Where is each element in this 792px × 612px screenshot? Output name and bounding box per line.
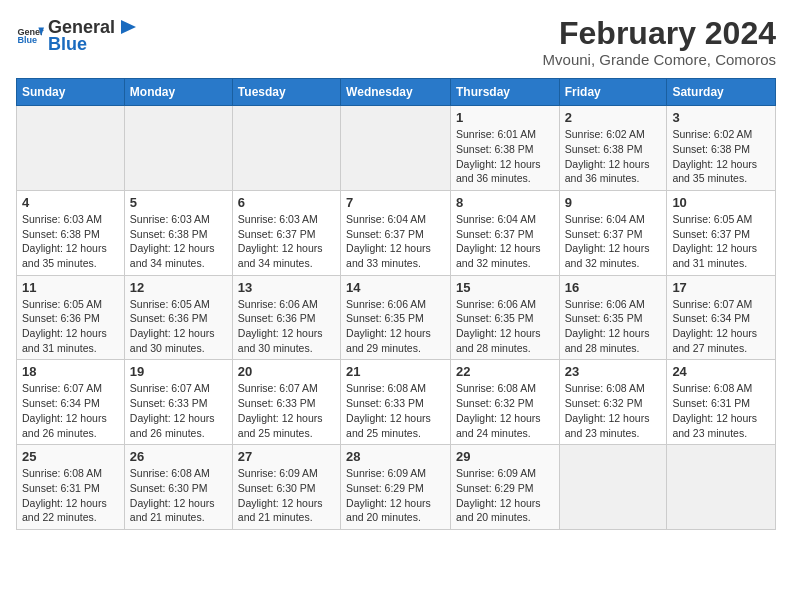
day-number: 26 <box>130 449 227 464</box>
day-number: 10 <box>672 195 770 210</box>
calendar-cell: 12Sunrise: 6:05 AMSunset: 6:36 PMDayligh… <box>124 275 232 360</box>
day-info: Sunrise: 6:07 AMSunset: 6:34 PMDaylight:… <box>22 381 119 440</box>
day-info: Sunrise: 6:08 AMSunset: 6:30 PMDaylight:… <box>130 466 227 525</box>
calendar-cell: 8Sunrise: 6:04 AMSunset: 6:37 PMDaylight… <box>450 190 559 275</box>
calendar-cell: 27Sunrise: 6:09 AMSunset: 6:30 PMDayligh… <box>232 445 340 530</box>
calendar-cell: 26Sunrise: 6:08 AMSunset: 6:30 PMDayligh… <box>124 445 232 530</box>
day-number: 17 <box>672 280 770 295</box>
day-info: Sunrise: 6:08 AMSunset: 6:31 PMDaylight:… <box>22 466 119 525</box>
calendar-title: February 2024 <box>543 16 776 51</box>
day-number: 20 <box>238 364 335 379</box>
day-number: 13 <box>238 280 335 295</box>
day-info: Sunrise: 6:03 AMSunset: 6:38 PMDaylight:… <box>130 212 227 271</box>
svg-marker-3 <box>121 20 136 34</box>
day-number: 2 <box>565 110 662 125</box>
day-number: 23 <box>565 364 662 379</box>
day-info: Sunrise: 6:09 AMSunset: 6:29 PMDaylight:… <box>456 466 554 525</box>
calendar-cell: 14Sunrise: 6:06 AMSunset: 6:35 PMDayligh… <box>341 275 451 360</box>
calendar-cell <box>232 106 340 191</box>
day-info: Sunrise: 6:06 AMSunset: 6:35 PMDaylight:… <box>456 297 554 356</box>
day-number: 11 <box>22 280 119 295</box>
calendar-week-4: 18Sunrise: 6:07 AMSunset: 6:34 PMDayligh… <box>17 360 776 445</box>
day-info: Sunrise: 6:08 AMSunset: 6:32 PMDaylight:… <box>565 381 662 440</box>
day-number: 6 <box>238 195 335 210</box>
day-number: 9 <box>565 195 662 210</box>
calendar-cell: 10Sunrise: 6:05 AMSunset: 6:37 PMDayligh… <box>667 190 776 275</box>
calendar-cell <box>17 106 125 191</box>
calendar-week-1: 1Sunrise: 6:01 AMSunset: 6:38 PMDaylight… <box>17 106 776 191</box>
calendar-cell <box>559 445 667 530</box>
calendar-table: SundayMondayTuesdayWednesdayThursdayFrid… <box>16 78 776 530</box>
day-number: 12 <box>130 280 227 295</box>
calendar-cell: 4Sunrise: 6:03 AMSunset: 6:38 PMDaylight… <box>17 190 125 275</box>
day-info: Sunrise: 6:05 AMSunset: 6:36 PMDaylight:… <box>22 297 119 356</box>
day-number: 27 <box>238 449 335 464</box>
calendar-body: 1Sunrise: 6:01 AMSunset: 6:38 PMDaylight… <box>17 106 776 530</box>
calendar-cell: 24Sunrise: 6:08 AMSunset: 6:31 PMDayligh… <box>667 360 776 445</box>
day-info: Sunrise: 6:07 AMSunset: 6:33 PMDaylight:… <box>238 381 335 440</box>
day-info: Sunrise: 6:06 AMSunset: 6:35 PMDaylight:… <box>346 297 445 356</box>
calendar-cell: 16Sunrise: 6:06 AMSunset: 6:35 PMDayligh… <box>559 275 667 360</box>
day-number: 8 <box>456 195 554 210</box>
day-number: 15 <box>456 280 554 295</box>
day-info: Sunrise: 6:06 AMSunset: 6:36 PMDaylight:… <box>238 297 335 356</box>
day-number: 5 <box>130 195 227 210</box>
calendar-cell: 25Sunrise: 6:08 AMSunset: 6:31 PMDayligh… <box>17 445 125 530</box>
day-info: Sunrise: 6:04 AMSunset: 6:37 PMDaylight:… <box>565 212 662 271</box>
day-info: Sunrise: 6:02 AMSunset: 6:38 PMDaylight:… <box>672 127 770 186</box>
calendar-cell: 1Sunrise: 6:01 AMSunset: 6:38 PMDaylight… <box>450 106 559 191</box>
calendar-cell: 28Sunrise: 6:09 AMSunset: 6:29 PMDayligh… <box>341 445 451 530</box>
calendar-cell: 2Sunrise: 6:02 AMSunset: 6:38 PMDaylight… <box>559 106 667 191</box>
day-header-tuesday: Tuesday <box>232 79 340 106</box>
day-info: Sunrise: 6:05 AMSunset: 6:37 PMDaylight:… <box>672 212 770 271</box>
day-info: Sunrise: 6:09 AMSunset: 6:29 PMDaylight:… <box>346 466 445 525</box>
calendar-cell: 9Sunrise: 6:04 AMSunset: 6:37 PMDaylight… <box>559 190 667 275</box>
logo-triangle <box>116 16 138 38</box>
day-number: 4 <box>22 195 119 210</box>
calendar-cell: 3Sunrise: 6:02 AMSunset: 6:38 PMDaylight… <box>667 106 776 191</box>
calendar-cell <box>124 106 232 191</box>
calendar-cell <box>667 445 776 530</box>
calendar-cell: 15Sunrise: 6:06 AMSunset: 6:35 PMDayligh… <box>450 275 559 360</box>
day-info: Sunrise: 6:02 AMSunset: 6:38 PMDaylight:… <box>565 127 662 186</box>
calendar-cell: 20Sunrise: 6:07 AMSunset: 6:33 PMDayligh… <box>232 360 340 445</box>
day-info: Sunrise: 6:03 AMSunset: 6:37 PMDaylight:… <box>238 212 335 271</box>
day-number: 7 <box>346 195 445 210</box>
calendar-cell: 17Sunrise: 6:07 AMSunset: 6:34 PMDayligh… <box>667 275 776 360</box>
day-number: 21 <box>346 364 445 379</box>
day-header-friday: Friday <box>559 79 667 106</box>
day-info: Sunrise: 6:09 AMSunset: 6:30 PMDaylight:… <box>238 466 335 525</box>
day-number: 3 <box>672 110 770 125</box>
day-info: Sunrise: 6:07 AMSunset: 6:34 PMDaylight:… <box>672 297 770 356</box>
day-header-wednesday: Wednesday <box>341 79 451 106</box>
calendar-cell: 5Sunrise: 6:03 AMSunset: 6:38 PMDaylight… <box>124 190 232 275</box>
calendar-header-row: SundayMondayTuesdayWednesdayThursdayFrid… <box>17 79 776 106</box>
day-info: Sunrise: 6:01 AMSunset: 6:38 PMDaylight:… <box>456 127 554 186</box>
title-section: February 2024 Mvouni, Grande Comore, Com… <box>543 16 776 68</box>
calendar-cell: 21Sunrise: 6:08 AMSunset: 6:33 PMDayligh… <box>341 360 451 445</box>
day-header-thursday: Thursday <box>450 79 559 106</box>
day-number: 28 <box>346 449 445 464</box>
day-header-saturday: Saturday <box>667 79 776 106</box>
day-number: 1 <box>456 110 554 125</box>
calendar-cell: 6Sunrise: 6:03 AMSunset: 6:37 PMDaylight… <box>232 190 340 275</box>
day-info: Sunrise: 6:04 AMSunset: 6:37 PMDaylight:… <box>456 212 554 271</box>
logo: General Blue General Blue <box>16 16 138 55</box>
day-number: 14 <box>346 280 445 295</box>
day-number: 29 <box>456 449 554 464</box>
calendar-cell: 23Sunrise: 6:08 AMSunset: 6:32 PMDayligh… <box>559 360 667 445</box>
calendar-cell: 22Sunrise: 6:08 AMSunset: 6:32 PMDayligh… <box>450 360 559 445</box>
calendar-cell: 13Sunrise: 6:06 AMSunset: 6:36 PMDayligh… <box>232 275 340 360</box>
calendar-cell: 11Sunrise: 6:05 AMSunset: 6:36 PMDayligh… <box>17 275 125 360</box>
page-header: General Blue General Blue February 2024 … <box>16 16 776 68</box>
day-info: Sunrise: 6:03 AMSunset: 6:38 PMDaylight:… <box>22 212 119 271</box>
calendar-subtitle: Mvouni, Grande Comore, Comoros <box>543 51 776 68</box>
calendar-week-5: 25Sunrise: 6:08 AMSunset: 6:31 PMDayligh… <box>17 445 776 530</box>
day-header-monday: Monday <box>124 79 232 106</box>
day-number: 24 <box>672 364 770 379</box>
day-info: Sunrise: 6:05 AMSunset: 6:36 PMDaylight:… <box>130 297 227 356</box>
day-info: Sunrise: 6:08 AMSunset: 6:33 PMDaylight:… <box>346 381 445 440</box>
calendar-cell: 19Sunrise: 6:07 AMSunset: 6:33 PMDayligh… <box>124 360 232 445</box>
day-number: 22 <box>456 364 554 379</box>
day-number: 19 <box>130 364 227 379</box>
